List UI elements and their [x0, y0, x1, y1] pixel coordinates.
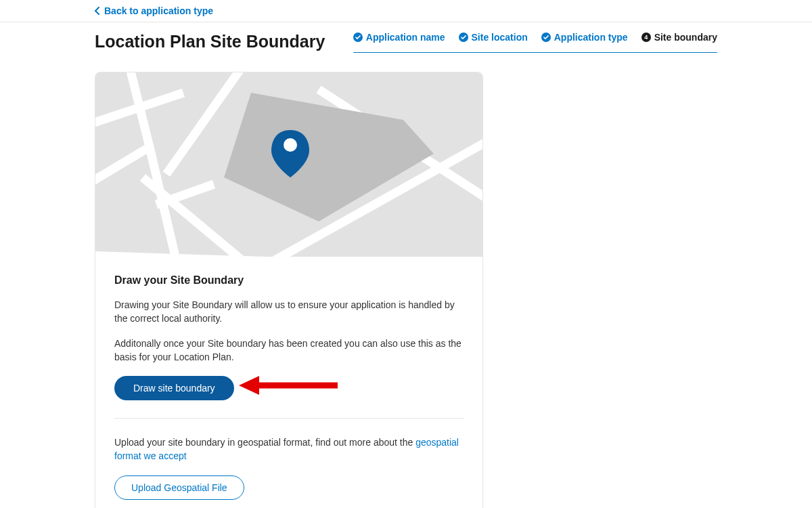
step-label: Site location	[472, 32, 528, 43]
step-label: Site boundary	[654, 32, 717, 43]
chevron-left-icon	[95, 7, 100, 15]
step-site-location[interactable]: Site location	[459, 32, 528, 43]
annotation-arrow-icon	[236, 372, 338, 399]
divider	[114, 418, 464, 419]
back-link[interactable]: Back to application type	[0, 0, 812, 22]
site-boundary-card: Draw your Site Boundary Drawing your Sit…	[95, 72, 483, 508]
progress-steps: Application name Site location Applicati…	[353, 32, 717, 53]
map-illustration	[95, 72, 483, 257]
draw-site-boundary-button[interactable]: Draw site boundary	[114, 376, 234, 400]
upload-intro: Upload your site boundary in geospatial …	[114, 436, 464, 463]
description-1: Drawing your Site Boundary will allow us…	[114, 299, 464, 325]
step-application-name[interactable]: Application name	[353, 32, 445, 43]
step-application-type[interactable]: Application type	[541, 32, 628, 43]
upload-geospatial-button[interactable]: Upload Geospatial File	[114, 475, 244, 500]
check-circle-icon	[541, 33, 551, 42]
upload-intro-text: Upload your site boundary in geospatial …	[114, 437, 415, 448]
section-title: Draw your Site Boundary	[114, 274, 464, 287]
step-label: Application type	[554, 32, 628, 43]
page-title: Location Plan Site Boundary	[95, 32, 325, 51]
check-circle-icon	[459, 33, 468, 42]
step-site-boundary[interactable]: 4 Site boundary	[641, 32, 717, 43]
map-placeholder	[95, 72, 482, 257]
back-label: Back to application type	[104, 5, 213, 16]
svg-marker-7	[239, 376, 259, 395]
svg-point-5	[284, 138, 297, 152]
description-2: Additonally once your Site boundary has …	[114, 337, 464, 364]
check-circle-icon	[353, 33, 363, 42]
step-number-badge: 4	[641, 33, 651, 42]
step-label: Application name	[366, 32, 445, 43]
